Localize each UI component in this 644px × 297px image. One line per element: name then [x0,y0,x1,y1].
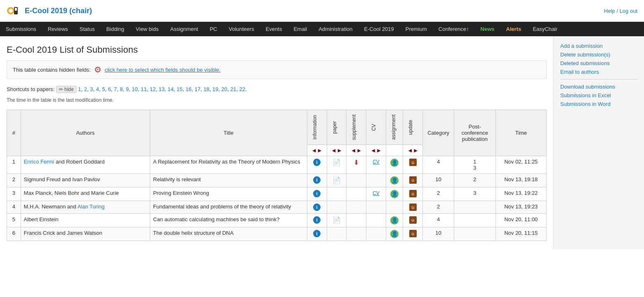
nav-alerts[interactable]: Alerts [500,22,527,36]
update-icon[interactable]: u [409,203,417,211]
help-link[interactable]: Help [604,8,615,14]
shortcuts-numbers: 1, 2, 3, 4, 5, 6, 7, 8, 9, 10, 11, 12, 1… [78,86,247,92]
col-title-header: Title [150,110,307,156]
download-icon[interactable]: ⬇ [354,159,359,166]
row-title: Fundamental ideas and problems of the th… [150,201,307,214]
update-icon[interactable]: u [409,190,417,197]
info-icon[interactable]: i [313,176,321,184]
row-cv [366,214,386,227]
nav-easychair[interactable]: EasyChair [527,22,563,36]
shortcut-22[interactable]: 22 [239,86,245,92]
arrow-supplement: ◄► [347,145,366,156]
shortcut-3[interactable]: 3 [90,86,93,92]
shortcut-18[interactable]: 18 [203,86,209,92]
sidebar-delete-submissions[interactable]: Delete submission(s) [560,51,637,58]
row-category: 4 [423,214,454,227]
hide-button[interactable]: ✏ hide [56,86,77,93]
nav-assignment[interactable]: Assignment [164,22,204,36]
select-fields-link[interactable]: click here to select which fields should… [105,67,221,73]
update-icon[interactable]: u [409,159,417,166]
sidebar-email-authors[interactable]: Email to authors [560,69,637,75]
shortcut-15[interactable]: 15 [177,86,182,92]
shortcut-11[interactable]: 11 [141,86,146,92]
update-icon[interactable]: u [409,230,417,237]
shortcut-19[interactable]: 19 [212,86,218,92]
col-authors-header: Authors [21,110,150,156]
nav-ecool2019[interactable]: E-Cool 2019 [359,22,400,36]
shortcut-16[interactable]: 16 [186,86,191,92]
update-icon[interactable]: u [409,216,417,224]
assignment-icon[interactable]: 👤 [390,230,399,238]
sidebar-download-submissions[interactable]: Download submissions [560,84,637,90]
nav-email[interactable]: Email [288,22,313,36]
row-time: Nov 20, 11:15 [495,227,546,241]
col-cv-header: CV [366,110,386,145]
row-category: 2 [423,201,454,214]
nav-conference[interactable]: Conference↑ [433,22,475,36]
pdf-icon[interactable]: 📄 [333,159,341,166]
shortcut-12[interactable]: 12 [150,86,156,92]
shortcut-10[interactable]: 10 [132,86,138,92]
nav-submissions[interactable]: Submissions [0,22,42,36]
nav-administration[interactable]: Administration [313,22,358,36]
sidebar-submissions-excel[interactable]: Submissions in Excel [560,92,637,98]
row-update: u [403,214,423,227]
sidebar-add-submission[interactable]: Add a submission [560,43,637,49]
row-time: Nov 13, 19:23 [495,201,546,214]
info-icon[interactable]: i [313,230,321,237]
shortcut-4[interactable]: 4 [96,86,99,92]
nav-reviews[interactable]: Reviews [42,22,74,36]
shortcut-2[interactable]: 2 [84,86,87,92]
info-icon[interactable]: i [313,159,321,166]
pdf-icon[interactable]: 📄 [333,217,341,224]
nav-view-bids[interactable]: View bids [130,22,164,36]
row-num: 5 [7,214,21,227]
pdf-icon[interactable]: 📄 [333,177,341,184]
shortcut-17[interactable]: 17 [194,86,200,92]
row-update: u [403,174,423,187]
nav-volunteers[interactable]: Volunteers [223,22,259,36]
shortcut-6[interactable]: 6 [108,86,111,92]
assignment-icon[interactable]: 👤 [390,159,399,167]
shortcut-1[interactable]: 1 [78,86,81,92]
nav-status[interactable]: Status [74,22,101,36]
shortcut-21[interactable]: 21 [230,86,236,92]
nav-events[interactable]: Events [260,22,288,36]
author-link[interactable]: Enrico Fermi [24,159,54,165]
cv-icon[interactable]: CV [373,190,380,196]
table-row: 3 Max Planck, Niels Bohr and Marie Curie… [7,187,547,201]
info-icon[interactable]: i [313,216,321,224]
shortcut-20[interactable]: 20 [222,86,227,92]
info-icon[interactable]: i [313,203,321,211]
row-time: Nov 13, 19:22 [495,187,546,201]
shortcut-8[interactable]: 8 [120,86,123,92]
row-info: i [307,201,327,214]
sidebar-submissions-word[interactable]: Submissions in Word [560,101,637,107]
sidebar-panel: Add a submission Delete submission(s) De… [553,36,644,249]
shortcut-9[interactable]: 9 [126,86,129,92]
row-category: 10 [423,174,454,187]
row-postconf [454,227,496,241]
nav-premium[interactable]: Premium [400,22,433,36]
col-hash-header: # [7,110,21,156]
info-icon[interactable]: i [313,190,321,197]
assignment-icon[interactable]: 👤 [390,216,399,225]
nav-bidding[interactable]: Bidding [101,22,130,36]
shortcut-5[interactable]: 5 [102,86,105,92]
row-category: 10 [423,227,454,241]
sidebar-deleted-submissions[interactable]: Deleted submissions [560,60,637,66]
shortcut-14[interactable]: 14 [167,86,173,92]
assignment-icon[interactable]: 👤 [390,176,399,185]
update-icon[interactable]: u [409,176,417,184]
logout-link[interactable]: Log out [620,8,637,14]
row-title: The double helix structure of DNA [150,227,307,241]
shortcut-13[interactable]: 13 [159,86,165,92]
shortcut-7[interactable]: 7 [114,86,117,92]
cv-icon[interactable]: CV [373,159,380,165]
assignment-icon[interactable]: 👤 [390,190,399,198]
nav-pc[interactable]: PC [204,22,223,36]
hide-label: hide [64,87,74,92]
logo-area: E-Cool 2019 (chair) [7,3,92,18]
nav-news[interactable]: News [475,22,500,36]
author-link[interactable]: Alan Turing [78,203,105,210]
